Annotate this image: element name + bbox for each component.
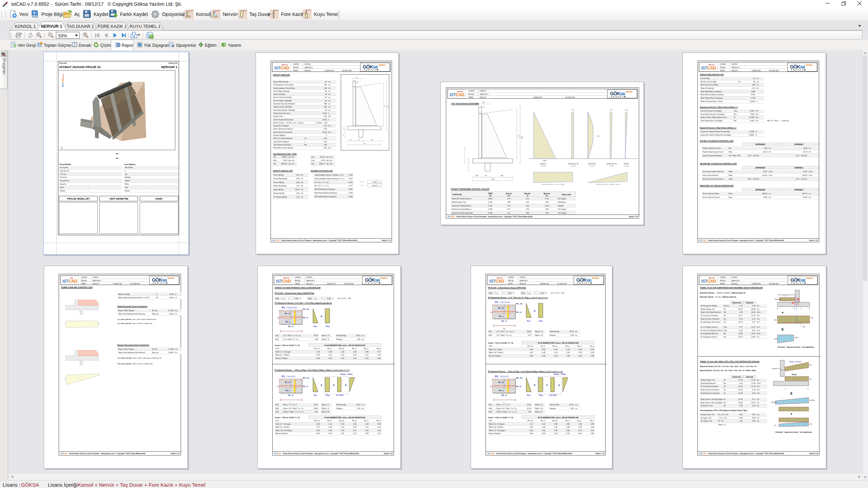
svg-text:+: + (790, 412, 792, 416)
svg-text:Gtemel: Gtemel (775, 298, 781, 300)
svg-text:+: + (782, 310, 784, 314)
svg-text:Gösterim ¨ depremsiz durum ¨ i: Gösterim ¨ depremsiz durum ¨ için yapılm… (777, 346, 814, 348)
svg-text:Sürşarj Sta. İtki: Sürşarj Sta. İtki (568, 163, 579, 165)
svg-text:+: + (534, 309, 536, 313)
svg-text:?: ? (20, 32, 22, 36)
svg-text:P2: P2 (495, 301, 498, 304)
svg-text:( ×1.00 ): ( ×1.00 ) (540, 165, 546, 167)
svg-text:Pa: Pa (810, 378, 812, 380)
svg-text:490: 490 (492, 178, 495, 180)
svg-text:II: II (790, 392, 792, 395)
svg-text:Depremli: Depremli (287, 375, 295, 378)
svg-text:+: + (534, 383, 536, 387)
svg-text:My_m: My_m (288, 325, 294, 327)
svg-text:Depremli: Depremli (500, 375, 509, 378)
svg-text:( ×1.00 ): ( ×1.00 ) (589, 165, 595, 167)
svg-text:KUYU: KUYU (301, 13, 303, 17)
svg-text:471: 471 (384, 105, 386, 107)
svg-text:Pc+Pa: Pc+Pa (771, 401, 776, 403)
svg-text:Temel: Temel (792, 373, 797, 375)
svg-text:Mx_au: Mx_au (498, 307, 504, 309)
svg-text:Mx_mu: Mx_mu (516, 377, 522, 379)
svg-text:ZEMİN GERİLMESİ DİNAMİK DURUM: ZEMİN GERİLMESİ DİNAMİK DURUM (596, 184, 619, 185)
svg-text:Mx_m: Mx_m (303, 385, 308, 387)
svg-text:Gösterim ¨ depremsiz durum ¨ i: Gösterim ¨ depremsiz durum ¨ için yapılm… (775, 431, 812, 433)
svg-text:Mx_m: Mx_m (303, 317, 308, 319)
svg-text:TAS DUVAR 1: TAS DUVAR 1 (67, 24, 94, 29)
svg-text:Paq: Paq (326, 325, 329, 327)
svg-text:Depremsiz: Depremsiz (287, 306, 297, 309)
svg-text:ZEMİN GERİLMESİ STATİK DURUM: ZEMİN GERİLMESİ STATİK DURUM (541, 184, 565, 185)
svg-text:150: 150 (475, 175, 478, 177)
svg-text:100: 100 (482, 101, 485, 103)
svg-text:My_m: My_m (501, 394, 507, 396)
svg-text:100: 100 (356, 77, 358, 78)
svg-text:Statik İtki: Statik İtki (540, 163, 546, 165)
svg-text:Pas: Pas (527, 394, 531, 396)
svg-text:d: d (807, 388, 808, 390)
svg-text:Mx_a: Mx_a (285, 321, 291, 323)
svg-text:KONSOL 1: KONSOL 1 (15, 24, 36, 29)
svg-text:Pas: Pas (527, 320, 531, 322)
svg-text:Paq: Paq (326, 394, 329, 396)
svg-text:Mx_mu: Mx_mu (516, 303, 522, 305)
svg-text:13.18: 13.18 (64, 378, 65, 381)
svg-text:Mx_au: Mx_au (285, 381, 291, 383)
svg-text:FORE: FORE (269, 13, 270, 17)
svg-text:Mx_mu: Mx_mu (303, 308, 309, 310)
svg-text:?: ? (33, 11, 36, 16)
svg-text:My_m: My_m (288, 394, 294, 396)
svg-text:471: 471 (517, 135, 519, 138)
svg-text:Mx_a: Mx_a (499, 389, 504, 391)
svg-text:0.9 Pad: 0.9 Pad (336, 394, 343, 396)
svg-text:G2: G2 (810, 423, 812, 425)
svg-text:KUYU TEMEL 1: KUYU TEMEL 1 (130, 24, 161, 29)
svg-text:0.9 Pad: 0.9 Pad (549, 394, 556, 396)
svg-text:+: + (546, 383, 548, 387)
svg-text:TAŞ: TAŞ (237, 13, 238, 16)
svg-text:( ×1.00 ): ( ×1.00 ) (624, 165, 629, 167)
svg-text:G2: G2 (811, 317, 813, 319)
svg-text:Gbh: Gbh (795, 337, 798, 339)
svg-text:d: d (809, 307, 810, 309)
svg-text:Mx_au: Mx_au (285, 312, 291, 314)
svg-text:2.890: 2.890 (542, 160, 547, 162)
svg-text:380: 380 (371, 139, 373, 141)
svg-text:Depremsiz: Depremsiz (500, 301, 510, 304)
svg-text:P2: P2 (495, 375, 498, 378)
svg-text:Sürşarj Din. İtki: Sürşarj Din. İtki (607, 163, 617, 165)
svg-text:638: 638 (387, 106, 389, 108)
svg-text:150: 150 (350, 139, 353, 141)
svg-text:Gb: Gb (803, 326, 805, 328)
svg-text:Zati İtki: Zati İtki (624, 163, 629, 165)
svg-text:7.47: 7.47 (64, 322, 65, 325)
svg-text:Gc: Gc (774, 424, 776, 426)
svg-text:Pd: Pd (810, 364, 812, 366)
svg-text:G1: G1 (774, 319, 776, 321)
svg-text:G1h: G1h (774, 338, 777, 340)
svg-text:0.141: 0.141 (571, 109, 575, 111)
svg-text:0.156: 0.156 (609, 109, 613, 111)
svg-text:M: M (792, 302, 794, 304)
svg-text:FORE KAZIK 1: FORE KAZIK 1 (98, 24, 127, 29)
svg-text:40: 40 (358, 139, 360, 141)
svg-text:c: c (801, 307, 802, 309)
svg-text:40: 40 (485, 175, 487, 177)
svg-text:Pas: Pas (314, 394, 317, 396)
svg-text:Dinamik İtki: Dinamik İtki (588, 163, 596, 165)
svg-text:NERVUR 1: NERVUR 1 (41, 24, 62, 29)
svg-text:0.440: 0.440 (625, 109, 628, 111)
svg-text:7.33: 7.33 (98, 322, 100, 325)
svg-text:( ×1.00 ): ( ×1.00 ) (609, 165, 614, 167)
svg-text:My_m: My_m (501, 320, 507, 322)
svg-text:1.184: 1.184 (596, 135, 600, 137)
svg-text:490: 490 (363, 143, 366, 144)
svg-text:Dolgu + Sürşarj: Dolgu + Sürşarj (789, 361, 801, 363)
svg-text:Mx_a: Mx_a (285, 389, 291, 391)
svg-text:Paq: Paq (539, 320, 542, 322)
svg-text:380: 380 (500, 175, 504, 177)
svg-text:Mx_mu: Mx_mu (303, 377, 309, 379)
svg-text:Pas: Pas (314, 325, 317, 327)
svg-text:Pc: Pc (781, 369, 783, 371)
svg-text:Mx_a: Mx_a (499, 315, 504, 317)
